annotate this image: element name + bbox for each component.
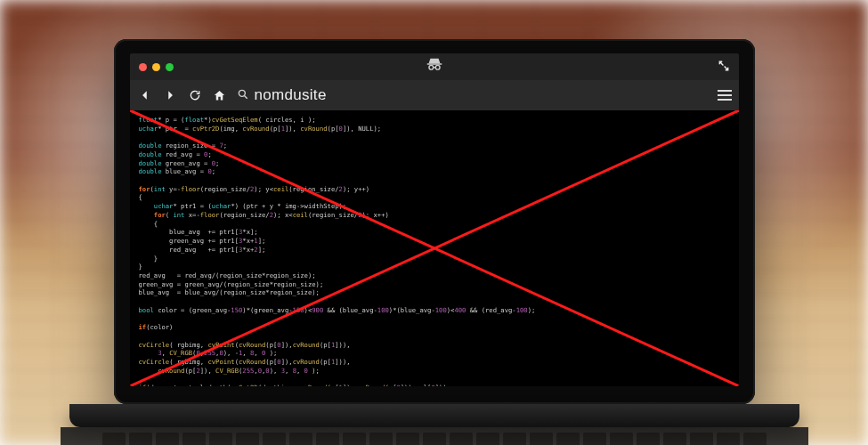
address-bar[interactable]: nomdusite <box>237 86 709 104</box>
browser-window: nomdusite float* p = (float*)cvGetSeqEle… <box>130 53 739 386</box>
maximize-dot[interactable] <box>166 63 174 71</box>
navbar: nomdusite <box>130 80 739 110</box>
window-controls <box>139 63 174 71</box>
svg-point-1 <box>435 65 440 69</box>
fullscreen-button[interactable] <box>718 60 730 75</box>
menu-button[interactable] <box>718 90 732 101</box>
minimize-dot[interactable] <box>152 63 160 71</box>
page-content: float* p = (float*)cvGetSeqElem( circles… <box>130 110 739 386</box>
forward-button[interactable] <box>162 87 178 103</box>
search-icon <box>237 88 249 103</box>
reload-button[interactable] <box>187 87 203 103</box>
svg-point-2 <box>239 90 245 96</box>
laptop-keyboard <box>61 427 808 445</box>
screen-bezel: nomdusite float* p = (float*)cvGetSeqEle… <box>114 39 755 404</box>
laptop-mockup: nomdusite float* p = (float*)cvGetSeqEle… <box>114 39 755 445</box>
incognito-icon <box>425 55 444 78</box>
svg-point-0 <box>428 65 433 69</box>
address-value: nomdusite <box>255 86 327 104</box>
titlebar <box>130 53 739 80</box>
back-button[interactable] <box>137 87 153 103</box>
close-dot[interactable] <box>139 63 147 71</box>
home-button[interactable] <box>212 87 228 103</box>
code-block: float* p = (float*)cvGetSeqElem( circles… <box>130 110 739 386</box>
laptop-hinge <box>69 404 799 427</box>
